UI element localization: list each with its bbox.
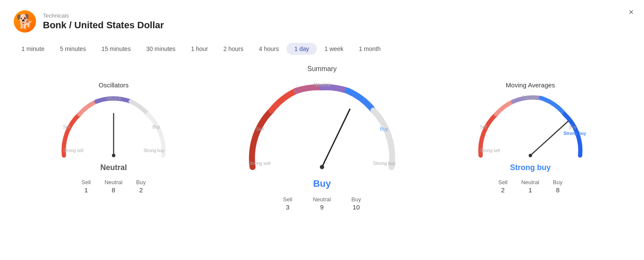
time-tab-1mo[interactable]: 1 month	[351, 43, 388, 55]
summary-stats: Sell 3 Neutral 9 Buy 10	[283, 196, 361, 211]
ma-neutral-stat: Neutral 1	[521, 179, 539, 194]
svg-text:Buy: Buy	[153, 125, 160, 129]
oscillators-result: Neutral	[100, 163, 127, 172]
time-tab-15min[interactable]: 15 minutes	[93, 43, 138, 55]
logo: 🐕	[14, 10, 36, 33]
close-button[interactable]: ×	[629, 8, 634, 16]
summary-buy-label: Buy	[352, 196, 361, 203]
svg-text:Neutral: Neutral	[314, 82, 331, 88]
svg-text:Strong buy: Strong buy	[563, 131, 586, 136]
svg-point-15	[529, 154, 532, 157]
svg-text:Strong buy: Strong buy	[144, 148, 164, 153]
oscillators-gauge-svg: Neutral Strong sell Sell Buy Strong buy	[54, 92, 174, 161]
summary-neutral-label: Neutral	[313, 196, 331, 203]
time-tab-4h[interactable]: 4 hours	[251, 43, 287, 55]
moving-averages-section: Moving Averages	[440, 81, 620, 194]
moving-averages-title: Moving Averages	[506, 81, 555, 89]
summary-neutral-value: 9	[320, 203, 323, 211]
time-tabs: 1 minute5 minutes15 minutes30 minutes1 h…	[0, 39, 644, 62]
moving-averages-result: Strong buy	[510, 163, 551, 172]
oscillators-section: Oscillators	[24, 81, 204, 194]
time-tab-1h[interactable]: 1 hour	[183, 43, 216, 55]
summary-buy-stat: Buy 10	[352, 196, 361, 211]
oscillators-buy-value: 2	[139, 186, 143, 194]
main-content: Summary Oscillators	[0, 62, 644, 221]
summary-sell-label: Sell	[283, 196, 292, 203]
svg-text:Strong buy: Strong buy	[373, 161, 396, 166]
summary-neutral-stat: Neutral 9	[313, 196, 331, 211]
summary-gauge-svg: Neutral Strong sell Sell Buy Strong buy	[241, 81, 403, 176]
moving-averages-gauge: Neutral Strong sell Sell Buy Strong buy	[470, 92, 590, 161]
ma-sell-label: Sell	[498, 179, 508, 185]
svg-point-8	[320, 165, 324, 169]
svg-point-1	[112, 154, 115, 157]
gauges-row: Oscillators	[14, 81, 630, 211]
oscillators-stats: Sell 1 Neutral 8 Buy 2	[81, 179, 146, 194]
summary-result: Buy	[313, 178, 331, 189]
moving-averages-stats: Sell 2 Neutral 1 Buy 8	[498, 179, 563, 194]
time-tab-1min[interactable]: 1 minute	[14, 43, 52, 55]
oscillators-sell-stat: Sell 1	[81, 179, 91, 194]
svg-text:Strong sell: Strong sell	[63, 148, 83, 153]
summary-sell-stat: Sell 3	[283, 196, 292, 211]
ma-neutral-value: 1	[528, 186, 532, 194]
oscillators-gauge: Neutral Strong sell Sell Buy Strong buy	[54, 92, 174, 161]
svg-text:Sell: Sell	[256, 126, 264, 131]
oscillators-title: Oscillators	[99, 81, 129, 89]
oscillators-buy-label: Buy	[136, 179, 146, 185]
summary-section: Neutral Strong sell Sell Buy Strong buy …	[232, 81, 412, 211]
time-tab-30min[interactable]: 30 minutes	[138, 43, 183, 55]
ma-sell-stat: Sell 2	[498, 179, 508, 194]
svg-text:Strong sell: Strong sell	[480, 148, 500, 153]
ma-buy-stat: Buy 8	[553, 179, 563, 194]
header-title: Bonk / United States Dollar	[43, 20, 164, 31]
svg-text:Strong sell: Strong sell	[248, 161, 271, 166]
svg-text:Buy: Buy	[569, 125, 577, 129]
ma-sell-value: 2	[501, 186, 505, 194]
svg-text:Neutral: Neutral	[106, 96, 121, 101]
ma-buy-value: 8	[556, 186, 560, 194]
oscillators-sell-value: 1	[84, 186, 88, 194]
summary-sell-value: 3	[286, 203, 289, 211]
header: 🐕 Technicals Bonk / United States Dollar	[0, 0, 644, 39]
svg-text:Sell: Sell	[480, 125, 487, 129]
time-tab-5min[interactable]: 5 minutes	[52, 43, 94, 55]
header-label: Technicals	[43, 12, 164, 19]
moving-averages-gauge-svg: Neutral Strong sell Sell Buy Strong buy	[470, 92, 590, 161]
ma-buy-label: Buy	[553, 179, 563, 185]
summary-title: Summary	[14, 65, 630, 73]
summary-gauge: Neutral Strong sell Sell Buy Strong buy	[241, 81, 403, 176]
time-tab-1w[interactable]: 1 week	[317, 43, 351, 55]
time-tab-1d[interactable]: 1 day	[286, 43, 316, 55]
oscillators-neutral-label: Neutral	[105, 179, 123, 185]
oscillators-neutral-value: 8	[111, 186, 115, 194]
svg-line-7	[322, 109, 350, 167]
oscillators-buy-stat: Buy 2	[136, 179, 146, 194]
svg-text:Buy: Buy	[380, 126, 388, 131]
summary-buy-value: 10	[352, 203, 360, 211]
header-text: Technicals Bonk / United States Dollar	[43, 12, 164, 31]
svg-text:Neutral: Neutral	[523, 95, 538, 100]
svg-line-14	[530, 121, 568, 155]
time-tab-2h[interactable]: 2 hours	[216, 43, 251, 55]
ma-neutral-label: Neutral	[521, 179, 539, 185]
oscillators-neutral-stat: Neutral 8	[105, 179, 123, 194]
svg-text:Sell: Sell	[63, 125, 70, 129]
oscillators-sell-label: Sell	[81, 179, 91, 185]
